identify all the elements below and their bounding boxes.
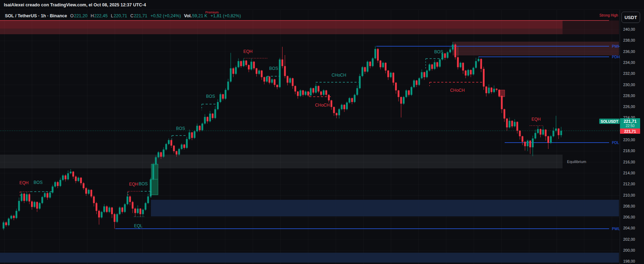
candle (109, 206, 110, 213)
open-value: 221,20 (74, 13, 87, 18)
candle (194, 130, 195, 139)
candle (550, 135, 552, 144)
premium-badge: Premium (205, 10, 219, 14)
pwh-supply-zone[interactable] (452, 42, 619, 55)
navy-zone-bottom[interactable] (0, 253, 619, 263)
candle (498, 89, 500, 97)
label-bos-6: BOS (434, 49, 443, 54)
candle (52, 185, 54, 194)
price-tick-228: 228,00 (623, 94, 635, 98)
equilibrium-zone[interactable] (0, 155, 563, 168)
candle (318, 85, 320, 93)
current-price-badge[interactable]: 221,71 22:50 (620, 118, 640, 128)
candle (181, 143, 183, 150)
candle (478, 57, 479, 62)
candle (320, 91, 322, 96)
candle (416, 80, 418, 87)
pwh-line-label: PWH (612, 44, 621, 48)
candle (305, 90, 306, 96)
candle (54, 181, 56, 188)
candle (514, 119, 516, 127)
pdl-line-label: PDL (612, 140, 619, 145)
currency-usdt-button[interactable]: USDT (621, 12, 640, 23)
candle (98, 210, 100, 224)
candle (395, 82, 397, 94)
candle (78, 176, 79, 182)
candle (163, 147, 164, 158)
candle (493, 85, 495, 93)
candle (39, 202, 41, 210)
candle (111, 207, 113, 218)
candle (439, 58, 441, 68)
candle (519, 130, 521, 140)
navy-zone-mid[interactable] (151, 200, 619, 216)
candle (85, 187, 87, 196)
candle (470, 70, 472, 77)
candle (294, 85, 296, 94)
symbol-price-flag[interactable]: SOLUSDT (599, 119, 620, 124)
candle (540, 128, 541, 137)
current-price-value: 221,71 (624, 119, 637, 124)
price-tick-214: 214,00 (623, 171, 635, 175)
symbol-info-bar[interactable]: SOL / TetherUS · 1h · Binance O221,20 H2… (5, 13, 241, 18)
candle (326, 90, 327, 96)
candle (245, 60, 247, 67)
candle (3, 221, 5, 230)
candle (532, 136, 534, 156)
candle (462, 62, 464, 74)
candle (375, 46, 376, 59)
candle (292, 78, 293, 89)
candle (545, 129, 547, 141)
candle (279, 58, 281, 88)
candle (240, 61, 242, 68)
candle (527, 139, 528, 151)
candle (276, 84, 278, 89)
candle (219, 92, 221, 103)
volume-value: 59,21 K (192, 13, 207, 18)
secondary-price-badge[interactable]: 221,71 (620, 128, 640, 134)
chart-canvas[interactable]: PWHPDHPDLPWLEQHBOSEQHBOSEQLBOSBOSEQHBOSC… (0, 0, 644, 264)
candle (501, 95, 503, 113)
candle (330, 100, 332, 110)
price-tick-226: 226,00 (623, 104, 635, 109)
candle (204, 114, 206, 125)
candle (411, 86, 412, 96)
price-axis[interactable]: 240,00238,00236,00234,00232,00230,00228,… (620, 10, 644, 264)
candle (560, 127, 562, 137)
tradingview-window: IsaiAlexei creado con TradingView.com, e… (0, 0, 644, 264)
volume-change: +1,81 (+0,82%) (211, 13, 241, 18)
high-value: 222,45 (94, 13, 108, 18)
price-tick-198: 198,00 (623, 259, 635, 263)
candle (31, 200, 33, 210)
candle (268, 76, 270, 84)
label-eql: EQL (134, 223, 142, 228)
candle (8, 217, 10, 226)
candle (101, 211, 103, 218)
label-choch-1: CHoCH (315, 103, 329, 108)
candle (83, 182, 84, 190)
candle (119, 206, 121, 215)
candle (90, 189, 92, 198)
price-tick-230: 230,00 (623, 83, 635, 87)
label-choch-3: CHoCH (450, 88, 464, 93)
candle (418, 77, 420, 86)
candle (132, 201, 134, 213)
candle (34, 201, 35, 208)
symbol-title[interactable]: SOL / TetherUS · 1h · Binance (5, 13, 67, 18)
strong-high-band-b[interactable] (0, 29, 563, 34)
candle (367, 61, 369, 73)
candle (310, 87, 312, 96)
candle (385, 62, 387, 73)
close-value: 221,71 (134, 13, 147, 18)
candle (426, 70, 428, 78)
candle (70, 169, 72, 174)
candle (183, 144, 185, 150)
price-tick-210: 210,00 (623, 193, 635, 197)
candle (72, 171, 74, 179)
candle (475, 58, 477, 69)
candle (341, 104, 342, 110)
strong-high-band-a[interactable] (0, 20, 563, 29)
candle (403, 96, 405, 105)
candle (434, 60, 436, 70)
candle (235, 66, 237, 75)
